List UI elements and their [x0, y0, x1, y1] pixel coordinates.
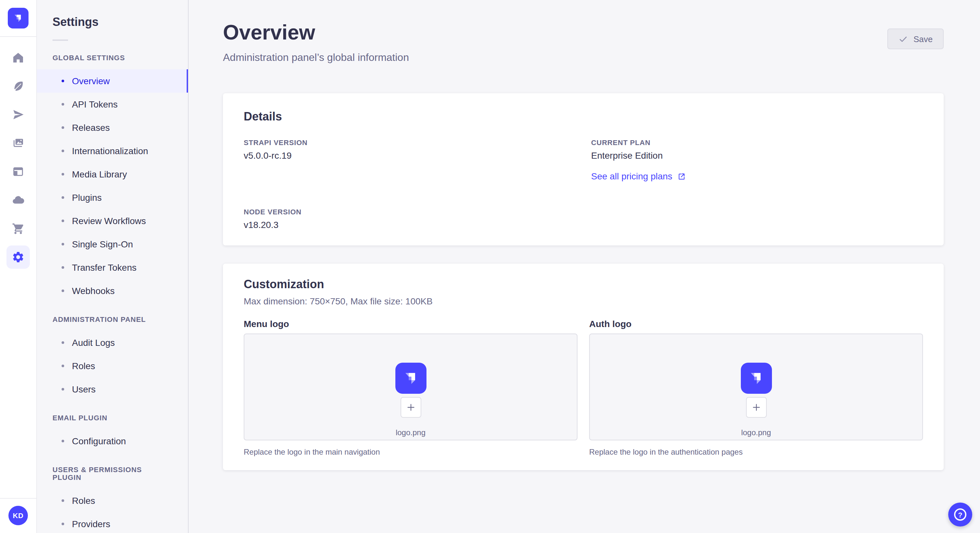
menu-logo-preview: [395, 363, 426, 394]
add-auth-logo-button[interactable]: [746, 397, 767, 418]
nav-content-type-builder[interactable]: [6, 103, 30, 126]
customization-card-title: Customization: [244, 276, 923, 292]
details-fields: STRAPI VERSION v5.0.0-rc.19 CURRENT PLAN…: [244, 139, 923, 230]
sidebar-item-review-workflows[interactable]: Review Workflows: [37, 209, 188, 233]
feather-icon: [12, 80, 25, 93]
sidebar-item-label: Single Sign-On: [72, 239, 133, 249]
users-permissions-list: Roles Providers: [37, 489, 188, 533]
field-label: NODE VERSION: [244, 208, 576, 216]
sidebar-item-email-configuration[interactable]: Configuration: [37, 429, 188, 453]
sidebar-item-label: API Tokens: [72, 99, 118, 109]
bullet-icon: [62, 150, 64, 152]
bullet-icon: [62, 523, 64, 525]
question-mark-icon: ?: [954, 508, 966, 521]
section-label-email-plugin: EMAIL PLUGIN: [52, 414, 172, 422]
sidebar-item-api-tokens[interactable]: API Tokens: [37, 93, 188, 116]
details-card: Details STRAPI VERSION v5.0.0-rc.19 CURR…: [223, 93, 944, 246]
user-avatar[interactable]: KD: [8, 506, 28, 525]
sidebar-item-up-roles[interactable]: Roles: [37, 489, 188, 512]
main-nav-header: [0, 0, 36, 37]
sidebar-item-single-sign-on[interactable]: Single Sign-On: [37, 233, 188, 256]
logo-uploads: Menu logo logo.png Replace the logo in t…: [244, 318, 923, 457]
cart-icon: [12, 222, 25, 235]
sidebar-item-admin-users[interactable]: Users: [37, 378, 188, 401]
save-button-label: Save: [913, 34, 933, 44]
sidebar-item-webhooks[interactable]: Webhooks: [37, 279, 188, 303]
nav-layout[interactable]: [6, 160, 30, 183]
sidebar-item-internationalization[interactable]: Internationalization: [37, 139, 188, 163]
pricing-plans-link[interactable]: See all pricing plans: [591, 171, 686, 181]
auth-logo-dropzone[interactable]: logo.png: [589, 333, 923, 440]
bullet-icon: [62, 196, 64, 199]
sidebar-item-label: Transfer Tokens: [72, 262, 137, 273]
layout-icon: [12, 165, 25, 178]
sidebar-item-overview[interactable]: Overview: [37, 69, 188, 93]
sidebar-item-label: Configuration: [72, 436, 126, 446]
sidebar-item-plugins[interactable]: Plugins: [37, 186, 188, 209]
subnav-title: Settings: [52, 16, 172, 29]
nav-media-library[interactable]: [6, 132, 30, 155]
global-settings-list: Overview API Tokens Releases Internation…: [37, 69, 188, 303]
bullet-icon: [62, 440, 64, 443]
save-button[interactable]: Save: [888, 29, 944, 49]
auth-logo-filename: logo.png: [741, 428, 771, 437]
menu-logo-label: Menu logo: [244, 318, 578, 330]
bullet-icon: [62, 219, 64, 222]
bullet-icon: [62, 289, 64, 292]
current-plan-field: CURRENT PLAN Enterprise Edition See all …: [591, 139, 923, 182]
auth-logo-hint: Replace the logo in the authentication p…: [589, 447, 923, 457]
field-label: CURRENT PLAN: [591, 139, 923, 146]
subnav-divider: [52, 40, 68, 41]
sidebar-item-media-library[interactable]: Media Library: [37, 163, 188, 186]
sidebar-item-label: Users: [72, 384, 95, 394]
sidebar-item-up-providers[interactable]: Providers: [37, 512, 188, 533]
nav-marketplace[interactable]: [6, 217, 30, 240]
nav-settings[interactable]: [6, 246, 30, 269]
sidebar-item-label: Audit Logs: [72, 338, 115, 348]
home-icon: [12, 51, 25, 64]
strapi-logo-icon: [11, 11, 25, 25]
page-subtitle: Administration panel’s global informatio…: [223, 51, 409, 65]
node-version-field: NODE VERSION v18.20.3: [244, 208, 576, 230]
sidebar-item-audit-logs[interactable]: Audit Logs: [37, 331, 188, 354]
field-value: Enterprise Edition: [591, 150, 923, 160]
nav-content-manager[interactable]: [6, 75, 30, 98]
help-button[interactable]: ?: [948, 503, 972, 527]
sidebar-item-label: Media Library: [72, 169, 127, 179]
bullet-icon: [62, 103, 64, 106]
sidebar-item-label: Overview: [72, 76, 110, 86]
section-label-global-settings: GLOBAL SETTINGS: [52, 54, 172, 62]
sidebar-item-transfer-tokens[interactable]: Transfer Tokens: [37, 256, 188, 279]
nav-home[interactable]: [6, 46, 30, 69]
sidebar-item-label: Roles: [72, 495, 95, 506]
paper-plane-icon: [12, 108, 25, 121]
page-title: Overview: [223, 19, 409, 45]
add-menu-logo-button[interactable]: [400, 397, 421, 418]
menu-logo-hint: Replace the logo in the main navigation: [244, 447, 578, 457]
sidebar-item-label: Releases: [72, 122, 110, 133]
cloud-icon: [12, 194, 25, 206]
nav-cloud[interactable]: [6, 189, 30, 212]
bullet-icon: [62, 266, 64, 269]
menu-logo-dropzone[interactable]: logo.png: [244, 333, 578, 440]
strapi-version-field: STRAPI VERSION v5.0.0-rc.19: [244, 139, 576, 182]
empty-cell: [591, 208, 923, 230]
strapi-logo-icon: [745, 367, 767, 389]
bullet-icon: [62, 126, 64, 129]
sidebar-item-releases[interactable]: Releases: [37, 116, 188, 139]
check-icon: [899, 34, 908, 44]
sidebar-item-admin-roles[interactable]: Roles: [37, 354, 188, 378]
external-link-icon: [678, 172, 686, 180]
section-label-administration-panel: ADMINISTRATION PANEL: [52, 316, 172, 323]
auth-logo-label: Auth logo: [589, 318, 923, 330]
email-plugin-list: Configuration: [37, 429, 188, 453]
gear-icon: [12, 251, 25, 263]
plus-icon: [406, 402, 416, 412]
media-library-icon: [12, 136, 25, 150]
strapi-logo[interactable]: [8, 8, 29, 29]
bullet-icon: [62, 243, 64, 246]
administration-panel-list: Audit Logs Roles Users: [37, 331, 188, 401]
bullet-icon: [62, 341, 64, 344]
main-nav-rail: KD: [0, 0, 37, 533]
pricing-plans-link-label: See all pricing plans: [591, 171, 673, 181]
